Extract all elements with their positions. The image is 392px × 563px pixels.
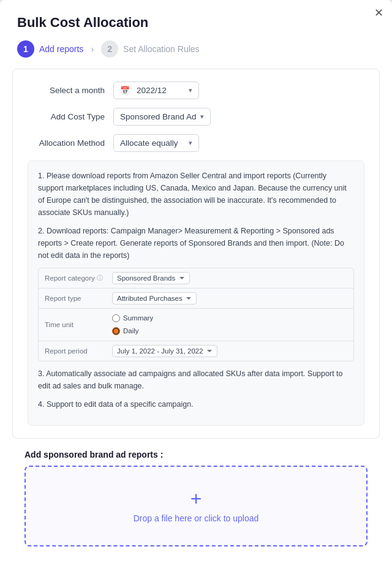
upload-dropzone[interactable]: + Drop a file here or click to upload xyxy=(24,466,368,546)
allocation-method-label: Allocation Method xyxy=(28,138,113,148)
summary-label: Summary xyxy=(123,312,153,323)
report-period-row: Report period July 1, 2022 - July 31, 20… xyxy=(39,341,353,361)
footer-row: Next xyxy=(0,554,392,563)
upload-plus-icon: + xyxy=(190,489,202,508)
report-type-label: Report type xyxy=(45,293,106,304)
summary-radio[interactable] xyxy=(112,314,120,322)
calendar-icon: 📅 xyxy=(120,86,130,95)
steps-row: 1 Add reports › 2 Set Allocation Rules xyxy=(0,40,392,69)
close-button[interactable]: ✕ xyxy=(374,6,383,20)
month-value: 2022/12 xyxy=(137,86,167,95)
report-type-row: Report type Attributed Purchases xyxy=(39,289,353,309)
summary-radio-label[interactable]: Summary xyxy=(112,312,153,323)
cost-type-select[interactable]: Sponsored Brand Ad ▾ xyxy=(113,108,211,126)
modal-title: Bulk Cost Allocation xyxy=(0,0,392,40)
time-unit-row: Time unit Summary Daily xyxy=(39,309,353,341)
select-month-label: Select a month xyxy=(28,86,113,95)
report-category-label: Report category ⓘ xyxy=(45,273,106,284)
chevron-down-icon: ▾ xyxy=(189,86,192,94)
allocation-method-select[interactable]: Allocate equally ▾ xyxy=(113,134,199,152)
cost-type-value: Sponsored Brand Ad xyxy=(120,112,197,121)
month-select[interactable]: 📅 2022/12 ▾ xyxy=(113,81,199,99)
form-card: Select a month 📅 2022/12 ▾ Add Cost Type… xyxy=(12,69,380,439)
select-month-row: Select a month 📅 2022/12 ▾ xyxy=(28,81,364,99)
daily-radio-label[interactable]: Daily xyxy=(112,325,153,336)
time-unit-radio-group: Summary Daily xyxy=(112,312,153,337)
instruction-1: 1. Please download reports from Amazon S… xyxy=(38,170,354,219)
time-unit-label: Time unit xyxy=(45,319,106,330)
allocation-method-value: Allocate equally xyxy=(120,138,178,148)
info-icon: ⓘ xyxy=(97,273,103,283)
chevron-down-icon-2: ▾ xyxy=(200,113,204,121)
mini-report-table: Report category ⓘ Sponsored Brands Repor… xyxy=(38,268,354,361)
content-area: Select a month 📅 2022/12 ▾ Add Cost Type… xyxy=(0,69,392,546)
report-category-row: Report category ⓘ Sponsored Brands xyxy=(39,268,353,289)
step-arrow: › xyxy=(91,44,94,54)
upload-section-label: Add sponsored brand ad reports : xyxy=(12,450,380,459)
step-1: 1 Add reports xyxy=(17,40,83,58)
report-period-select[interactable]: July 1, 2022 - July 31, 2022 xyxy=(112,345,217,357)
step-2-label: Set Allocation Rules xyxy=(123,44,200,54)
instructions-box: 1. Please download reports from Amazon S… xyxy=(28,161,364,426)
step-2: 2 Set Allocation Rules xyxy=(101,40,200,58)
cost-type-row: Add Cost Type Sponsored Brand Ad ▾ xyxy=(28,108,364,126)
instruction-3: 3. Automatically associate ad campaigns … xyxy=(38,368,354,392)
modal: ✕ Bulk Cost Allocation 1 Add reports › 2… xyxy=(0,0,392,563)
chevron-down-icon-3: ▾ xyxy=(189,139,192,147)
daily-radio[interactable] xyxy=(112,327,120,335)
report-period-label: Report period xyxy=(45,346,106,357)
cost-type-label: Add Cost Type xyxy=(28,112,113,121)
step-1-circle: 1 xyxy=(17,40,34,58)
instruction-4: 4. Support to edit data of a specific ca… xyxy=(38,398,354,410)
step-2-circle: 2 xyxy=(101,40,118,58)
report-type-select[interactable]: Attributed Purchases xyxy=(112,292,197,304)
upload-text: Drop a file here or click to upload xyxy=(134,513,259,523)
daily-label: Daily xyxy=(123,325,139,336)
instruction-2: 2. Download reports: Campaign Manager> M… xyxy=(38,225,354,262)
report-category-select[interactable]: Sponsored Brands xyxy=(112,272,190,284)
allocation-method-row: Allocation Method Allocate equally ▾ xyxy=(28,134,364,152)
step-1-label: Add reports xyxy=(39,44,83,54)
